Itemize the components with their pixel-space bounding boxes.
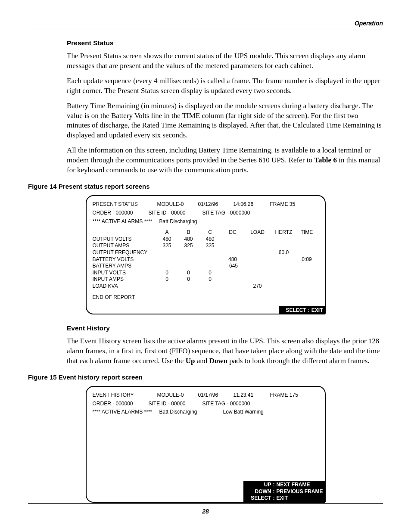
metric-value	[199, 256, 221, 263]
metric-value	[221, 249, 245, 256]
metric-value: 480	[178, 236, 199, 243]
metric-value	[199, 249, 221, 256]
screen-sitetag: SITE TAG - 0000000	[202, 401, 250, 408]
metric-row: OUTPUT FREQUENCY60.0	[93, 249, 319, 256]
active-alarms-label: **** ACTIVE ALARMS ****	[93, 218, 159, 225]
metric-value: 0	[178, 270, 199, 277]
hints: SELECT:EXIT	[279, 306, 326, 315]
metric-value	[297, 249, 317, 256]
screen-date: 01/17/96	[198, 392, 234, 399]
metric-row: BATTERY AMPS-645	[93, 263, 319, 270]
screen-frame: FRAME 35	[270, 201, 296, 208]
metric-value: -645	[221, 263, 245, 270]
metric-value	[245, 276, 271, 283]
col: A	[156, 229, 178, 236]
col: TIME	[297, 229, 317, 236]
para: All the information on this screen, incl…	[67, 146, 383, 175]
screen-date: 01/12/96	[198, 201, 234, 208]
metric-value	[199, 283, 221, 290]
metric-label: OUTPUT FREQUENCY	[93, 249, 156, 256]
para: The Event History screen lists the activ…	[67, 336, 383, 366]
metric-value	[271, 263, 297, 270]
metric-value	[221, 270, 245, 277]
metric-value	[297, 243, 317, 249]
screen-time: 14:06:26	[234, 201, 270, 208]
para: The Present Status screen shows the curr…	[67, 51, 383, 71]
metric-value	[297, 236, 317, 243]
metric-value: 325	[178, 243, 199, 249]
metric-value	[156, 263, 178, 270]
metric-value: 0	[199, 276, 221, 283]
alarm: Batt Discharging	[159, 409, 211, 416]
screen-order: ORDER - 000000	[93, 401, 149, 408]
metric-value	[221, 276, 245, 283]
metric-value: 480	[221, 256, 245, 263]
metric-value	[156, 283, 178, 290]
active-alarms-label: **** ACTIVE ALARMS ****	[93, 409, 159, 416]
metric-row: INPUT VOLTS000	[93, 270, 319, 277]
metric-label: BATTERY VOLTS	[93, 256, 156, 263]
page-number: 28	[0, 507, 411, 516]
metric-row: BATTERY VOLTS4800:09	[93, 256, 319, 263]
metric-value	[221, 236, 245, 243]
running-head: Operation	[28, 19, 383, 28]
col: B	[178, 229, 199, 236]
metric-value: 325	[199, 243, 221, 249]
metric-value	[271, 270, 297, 277]
screen-siteid: SITE ID - 00000	[149, 210, 202, 217]
metric-value: 480	[199, 236, 221, 243]
metric-label: OUTPUT AMPS	[93, 243, 156, 249]
metric-value	[221, 243, 245, 249]
metric-label: LOAD KVA	[93, 283, 156, 290]
heading-present-status: Present Status	[67, 39, 383, 48]
metric-value	[178, 283, 199, 290]
metric-value	[221, 283, 245, 290]
metric-value	[271, 243, 297, 249]
metric-value: 270	[245, 283, 271, 290]
metric-value	[271, 283, 297, 290]
metric-value: 0:09	[297, 256, 317, 263]
metric-value: 0	[199, 270, 221, 277]
metric-value	[178, 263, 199, 270]
screen-time: 11:23:41	[234, 392, 270, 399]
hint-line: UP:NEXT FRAME	[246, 482, 323, 488]
para: Each update sequence (every 4 millisecon…	[67, 76, 383, 96]
metric-value: 0	[178, 276, 199, 283]
col: LOAD	[245, 229, 271, 236]
metric-row: OUTPUT AMPS325325325	[93, 243, 319, 249]
screen-module: MODULE-0	[157, 392, 198, 399]
metric-value	[156, 256, 178, 263]
metric-value	[245, 256, 271, 263]
down-pad: Down	[209, 357, 227, 365]
screen-frame: FRAME 175	[270, 392, 298, 399]
metric-label: BATTERY AMPS	[93, 263, 156, 270]
metric-value	[245, 270, 271, 277]
metric-value: 480	[156, 236, 178, 243]
metric-value	[178, 249, 199, 256]
table-ref: Table 6	[314, 156, 337, 164]
metric-label: OUTPUT VOLTS	[93, 236, 156, 243]
event-history-screen: EVENT HISTORY MODULE-0 01/17/96 11:23:41…	[86, 386, 326, 503]
hint-line: SELECT:EXIT	[281, 307, 323, 314]
metric-value	[245, 263, 271, 270]
header-rule	[28, 29, 383, 29]
metric-value	[297, 270, 317, 277]
metric-value: 0	[156, 276, 178, 283]
alarm: Batt Discharging	[159, 218, 197, 225]
metric-value	[245, 249, 271, 256]
metric-row: OUTPUT VOLTS480480480	[93, 236, 319, 243]
metric-value	[199, 263, 221, 270]
screen-title: EVENT HISTORY	[93, 392, 157, 399]
hint-line: SELECT:EXIT	[246, 495, 323, 502]
col: DC	[221, 229, 245, 236]
alarm: Low Batt Warning	[223, 409, 264, 416]
metric-value: 0	[156, 270, 178, 277]
hints: UP:NEXT FRAMEDOWN:PREVIOUS FRAMESELECT:E…	[243, 481, 325, 503]
heading-event-history: Event History	[67, 324, 383, 333]
metric-value	[156, 249, 178, 256]
col: HERTZ	[271, 229, 297, 236]
metric-label: INPUT AMPS	[93, 276, 156, 283]
metric-value	[178, 256, 199, 263]
metric-row: INPUT AMPS000	[93, 276, 319, 283]
text: and	[195, 357, 209, 365]
